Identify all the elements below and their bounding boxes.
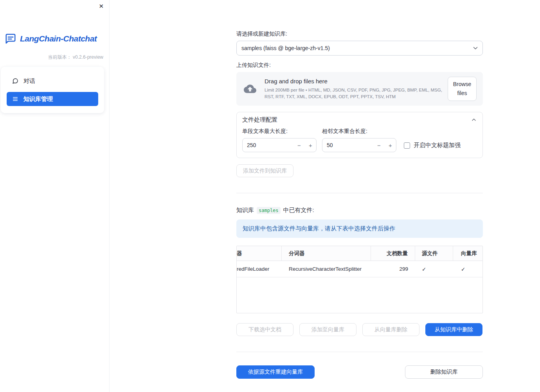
add-files-to-kb-button[interactable]: 添加文件到知识库	[236, 164, 293, 177]
cell-vector-store-check: ✓	[453, 261, 482, 277]
delete-kb-button[interactable]: 删除知识库	[405, 365, 483, 379]
kb-name-code: samples	[257, 207, 281, 214]
file-dropzone[interactable]: Drag and drop files here Limit 200MB per…	[236, 72, 483, 106]
cloud-upload-icon	[243, 83, 257, 95]
table-header-row: 器 分词器 文档数量 源文件 向量库	[237, 246, 482, 261]
divider	[236, 193, 483, 193]
table-actions: 下载选中文档 添加至向量库 从向量库删除 从知识库中删除	[236, 323, 483, 336]
files-table: 器 分词器 文档数量 源文件 向量库 redFileLoader Recursi…	[236, 246, 483, 313]
file-config-expander: 文件处理配置 单段文本最大长度: − + 相邻文本重合长度: − +	[236, 112, 483, 158]
sidebar-item-kb-management[interactable]: 知识库管理	[7, 92, 98, 106]
info-banner: 知识库中包含源文件与向量库，请从下表中选择文件后操作	[236, 219, 483, 238]
close-icon[interactable]: ✕	[99, 3, 104, 9]
dropzone-title: Drag and drop files here	[265, 78, 448, 85]
kb-select-label: 请选择或新建知识库:	[236, 31, 483, 38]
column-header-splitter: 分词器	[282, 246, 371, 261]
cell-source-file-check: ✓	[415, 261, 453, 277]
kb-selected-value: samples (faiss @ bge-large-zh-v1.5)	[241, 45, 330, 51]
chevron-up-icon	[471, 117, 477, 123]
column-header-source-file: 源文件	[415, 246, 453, 261]
checkbox-label: 开启中文标题加强	[414, 142, 461, 149]
dropzone-text: Drag and drop files here Limit 200MB per…	[265, 78, 448, 100]
kb-files-heading: 知识库 samples 中已有文件:	[236, 207, 483, 214]
overlap-length-input[interactable]	[322, 142, 373, 148]
upload-label: 上传知识文件:	[236, 62, 483, 69]
max-length-label: 单段文本最大长度:	[242, 128, 317, 135]
minus-button[interactable]: −	[293, 142, 305, 149]
cell-splitter: RecursiveCharacterTextSplitter	[282, 261, 371, 277]
zh-title-enhance-checkbox[interactable]: 开启中文标题加强	[404, 142, 461, 149]
plus-button[interactable]: +	[305, 142, 316, 149]
overlap-length-group: 相邻文本重合长度: − +	[322, 128, 396, 152]
sidebar-item-dialogue[interactable]: 对话	[7, 74, 98, 88]
sidebar-item-label: 知识库管理	[23, 95, 53, 103]
sidebar: ✕ LangChain-Chatchat 当前版本： v0.2.6-previe…	[0, 0, 110, 392]
rebuild-vector-store-button[interactable]: 依据源文件重建向量库	[236, 365, 315, 379]
minus-button[interactable]: −	[373, 142, 385, 149]
overlap-length-label: 相邻文本重合长度:	[322, 128, 396, 135]
cell-loader: redFileLoader	[237, 261, 282, 277]
column-header-vector-store: 向量库	[453, 246, 482, 261]
expander-title: 文件处理配置	[242, 116, 277, 124]
download-selected-button[interactable]: 下载选中文档	[236, 323, 293, 336]
max-length-group: 单段文本最大长度: − +	[242, 128, 317, 152]
browse-files-button[interactable]: Browse files	[448, 77, 477, 101]
delete-from-vector-store-button[interactable]: 从向量库删除	[362, 323, 419, 336]
dropzone-limit-text: Limit 200MB per file • HTML, MD, JSON, C…	[265, 87, 448, 100]
kb-files-suffix: 中已有文件:	[283, 207, 314, 214]
max-length-stepper: − +	[242, 138, 317, 152]
column-header-loader: 器	[237, 246, 282, 261]
table-row[interactable]: redFileLoader RecursiveCharacterTextSpli…	[237, 261, 482, 277]
info-banner-text: 知识库中包含源文件与向量库，请从下表中选择文件后操作	[243, 225, 395, 232]
expander-header[interactable]: 文件处理配置	[237, 112, 482, 127]
overlap-length-stepper: − +	[322, 138, 396, 152]
kb-selectbox[interactable]: samples (faiss @ bge-large-zh-v1.5)	[236, 41, 483, 56]
main-content: 请选择或新建知识库: samples (faiss @ bge-large-zh…	[236, 0, 483, 392]
max-length-input[interactable]	[243, 142, 293, 148]
sidebar-menu: 对话 知识库管理	[1, 67, 104, 113]
delete-from-kb-button[interactable]: 从知识库中删除	[425, 323, 482, 336]
chevron-down-icon	[472, 45, 479, 52]
kb-bottom-actions: 依据源文件重建向量库 删除知识库	[236, 365, 483, 379]
version-text: 当前版本： v0.2.6-preview	[0, 54, 103, 61]
divider	[236, 352, 483, 352]
logo-text: LangChain-Chatchat	[20, 34, 97, 43]
cell-doc-count: 299	[371, 261, 415, 277]
kb-files-prefix: 知识库	[236, 207, 254, 214]
plus-button[interactable]: +	[385, 142, 396, 149]
add-to-vector-store-button[interactable]: 添加至向量库	[299, 323, 356, 336]
chat-bubble-icon	[12, 78, 18, 84]
checkbox-icon	[404, 142, 410, 149]
logo: LangChain-Chatchat	[5, 33, 106, 45]
expander-body: 单段文本最大长度: − + 相邻文本重合长度: − + 开启中文标题加强	[237, 127, 482, 158]
column-header-doc-count: 文档数量	[371, 246, 415, 261]
chat-logo-icon	[5, 33, 16, 45]
sidebar-item-label: 对话	[23, 77, 35, 85]
list-icon	[12, 96, 18, 102]
